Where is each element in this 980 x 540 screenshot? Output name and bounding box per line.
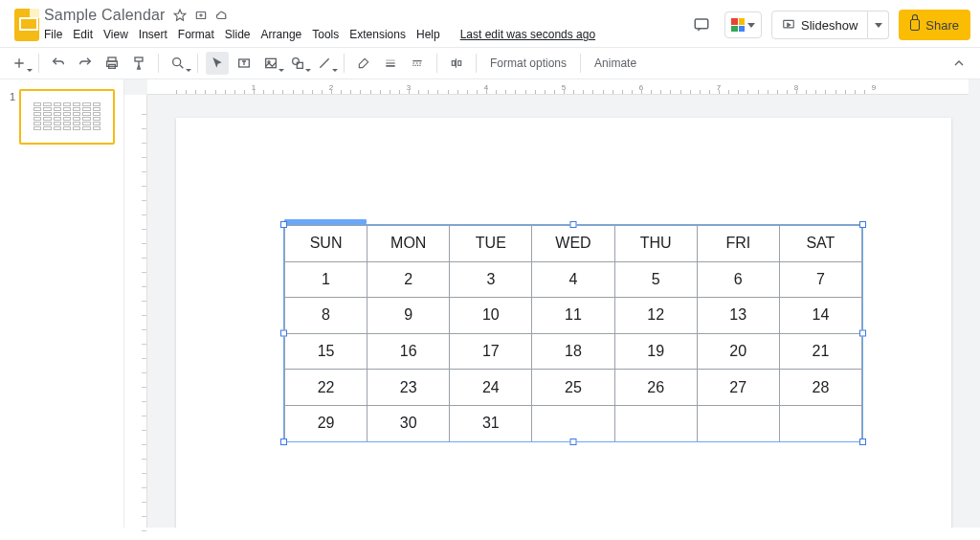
calendar-header-cell[interactable]: MON [368, 226, 450, 262]
share-button[interactable]: Share [899, 10, 970, 40]
calendar-day-cell[interactable]: 4 [532, 261, 614, 298]
vertical-ruler[interactable] [124, 95, 147, 528]
resize-handle-bm[interactable] [570, 439, 577, 445]
calendar-day-cell[interactable]: 21 [779, 333, 861, 370]
resize-handle-tr[interactable] [859, 221, 866, 228]
calendar-day-cell[interactable]: 17 [450, 333, 532, 370]
calendar-table-selection[interactable]: SUNMONTUEWEDTHUFRISAT1234567891011121314… [284, 225, 862, 441]
calendar-day-cell[interactable]: 25 [532, 370, 614, 406]
calendar-day-cell[interactable] [614, 405, 697, 441]
border-color-button[interactable] [352, 52, 375, 75]
calendar-header-cell[interactable]: SAT [779, 226, 861, 262]
calendar-day-cell[interactable]: 6 [697, 261, 779, 298]
calendar-day-cell[interactable]: 12 [614, 298, 697, 334]
new-slide-button[interactable] [8, 52, 31, 75]
calendar-header-cell[interactable]: WED [532, 226, 614, 262]
vertical-scrollbar[interactable] [969, 79, 980, 528]
menu-tools[interactable]: Tools [312, 28, 339, 41]
calendar-day-cell[interactable]: 26 [614, 370, 697, 406]
calendar-day-cell[interactable]: 11 [532, 298, 614, 334]
chevron-down-icon [875, 23, 882, 28]
calendar-header-cell[interactable]: SUN [285, 226, 368, 262]
calendar-day-cell[interactable]: 14 [779, 298, 861, 334]
text-box-tool[interactable] [233, 52, 256, 75]
calendar-day-cell[interactable]: 1 [285, 261, 368, 298]
border-dash-button[interactable] [406, 52, 429, 75]
calendar-day-cell[interactable]: 23 [368, 370, 450, 406]
calendar-table[interactable]: SUNMONTUEWEDTHUFRISAT1234567891011121314… [284, 225, 862, 442]
horizontal-ruler[interactable]: 123456789 [147, 79, 969, 95]
paint-format-button[interactable] [127, 52, 150, 75]
line-tool[interactable] [313, 52, 336, 75]
shape-tool[interactable] [286, 52, 309, 75]
collapse-toolbar-button[interactable] [947, 52, 970, 75]
menu-slide[interactable]: Slide [225, 28, 251, 41]
menu-extensions[interactable]: Extensions [349, 28, 406, 41]
menu-view[interactable]: View [103, 28, 128, 41]
calendar-day-cell[interactable]: 24 [450, 370, 532, 406]
calendar-day-cell[interactable] [532, 405, 614, 441]
calendar-day-cell[interactable]: 28 [779, 370, 861, 406]
resize-handle-tl[interactable] [280, 221, 287, 228]
calendar-day-cell[interactable]: 3 [450, 261, 532, 298]
select-tool[interactable] [206, 52, 229, 75]
menu-file[interactable]: File [44, 28, 62, 41]
calendar-header-cell[interactable]: TUE [450, 226, 532, 262]
resize-handle-br[interactable] [859, 439, 866, 445]
column-selection-indicator[interactable] [284, 219, 367, 224]
calendar-day-cell[interactable]: 8 [285, 298, 368, 334]
move-icon[interactable] [194, 9, 208, 22]
slide-thumbnail-1[interactable] [19, 89, 115, 145]
calendar-day-cell[interactable]: 18 [532, 333, 614, 370]
calendar-day-cell[interactable]: 2 [368, 261, 450, 298]
menu-edit[interactable]: Edit [73, 28, 93, 41]
slideshow-dropdown[interactable] [868, 11, 889, 39]
workspace: 1 123456789 [0, 79, 980, 528]
image-tool[interactable] [259, 52, 282, 75]
calendar-day-cell[interactable]: 15 [285, 333, 368, 370]
calendar-header-cell[interactable]: THU [614, 226, 697, 262]
calendar-day-cell[interactable]: 29 [285, 405, 368, 441]
slideshow-button[interactable]: Slideshow [771, 11, 868, 39]
calendar-day-cell[interactable]: 13 [697, 298, 779, 334]
meet-button[interactable] [724, 11, 762, 38]
resize-handle-bl[interactable] [280, 439, 287, 445]
last-edit-link[interactable]: Last edit was seconds ago [460, 28, 595, 41]
menu-help[interactable]: Help [416, 28, 440, 41]
slide-canvas[interactable]: SUNMONTUEWEDTHUFRISAT1234567891011121314… [176, 118, 951, 528]
menu-insert[interactable]: Insert [139, 28, 167, 41]
comment-history-button[interactable] [688, 11, 715, 38]
resize-handle-tm[interactable] [570, 221, 577, 228]
animate-button[interactable]: Animate [589, 56, 642, 70]
calendar-header-cell[interactable]: FRI [697, 226, 779, 262]
redo-button[interactable] [74, 52, 97, 75]
menu-arrange[interactable]: Arrange [261, 28, 302, 41]
resize-handle-ml[interactable] [280, 330, 287, 337]
calendar-day-cell[interactable] [779, 405, 861, 441]
border-weight-button[interactable] [379, 52, 402, 75]
calendar-day-cell[interactable] [697, 405, 779, 441]
format-options-button[interactable]: Format options [484, 56, 572, 70]
undo-button[interactable] [47, 52, 70, 75]
calendar-day-cell[interactable]: 31 [450, 405, 532, 441]
calendar-day-cell[interactable]: 19 [614, 333, 697, 370]
calendar-day-cell[interactable]: 5 [614, 261, 697, 298]
calendar-day-cell[interactable]: 22 [285, 370, 368, 406]
calendar-day-cell[interactable]: 20 [697, 333, 779, 370]
calendar-day-cell[interactable]: 10 [450, 298, 532, 334]
cloud-status-icon[interactable] [215, 9, 229, 22]
app-header: Sample Calendar File Edit View Insert Fo… [0, 0, 980, 41]
distribute-button[interactable] [445, 52, 468, 75]
app-logo[interactable] [10, 6, 44, 41]
star-icon[interactable] [173, 9, 187, 22]
calendar-day-cell[interactable]: 7 [779, 261, 861, 298]
calendar-day-cell[interactable]: 16 [368, 333, 450, 370]
print-button[interactable] [100, 52, 123, 75]
document-title[interactable]: Sample Calendar [44, 7, 166, 24]
calendar-day-cell[interactable]: 9 [368, 298, 450, 334]
resize-handle-mr[interactable] [859, 330, 866, 337]
menu-format[interactable]: Format [178, 28, 214, 41]
calendar-day-cell[interactable]: 27 [697, 370, 779, 406]
zoom-button[interactable] [167, 52, 189, 75]
calendar-day-cell[interactable]: 30 [368, 405, 450, 441]
